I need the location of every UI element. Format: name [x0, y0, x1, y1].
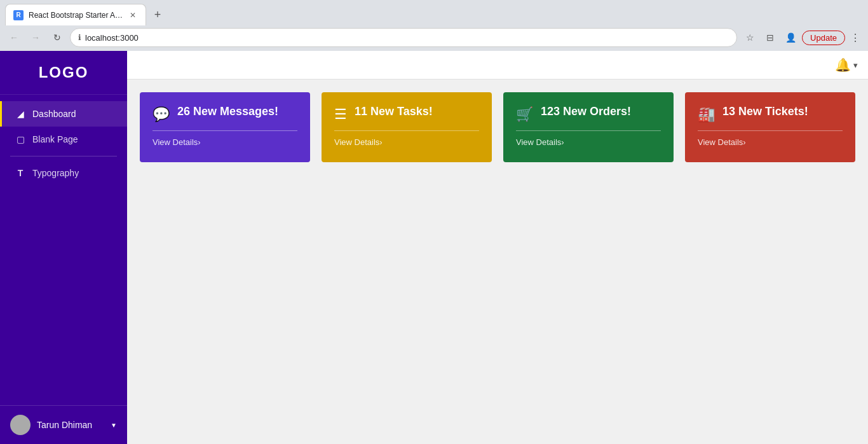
forward-button[interactable]: → — [27, 29, 44, 46]
card-divider-tickets — [698, 130, 843, 131]
card-orders[interactable]: 🛒 123 New Orders! View Details› — [503, 92, 674, 162]
browser-chrome: R React Bootstrap Starter A… ✕ + ← → ↻ ℹ… — [0, 0, 868, 51]
card-top-tickets: 🏭 13 New Tickets! — [698, 105, 843, 123]
address-bar: ← → ↻ ℹ localhost:3000 ☆ ⊟ 👤 Update ⋮ — [0, 25, 868, 51]
dashboard-icon: ◢ — [15, 109, 26, 119]
cards-row: 💬 26 New Messages! View Details› ☰ 11 Ne… — [140, 92, 855, 162]
bell-icon: 🔔 — [835, 57, 851, 73]
card-divider-messages — [153, 130, 297, 131]
main-content: 🔔 ▾ 💬 26 New Messages! View Details› — [127, 51, 868, 444]
tasks-icon: ☰ — [334, 106, 347, 123]
sidebar-divider — [10, 156, 117, 156]
tab-bar: R React Bootstrap Starter A… ✕ + — [0, 0, 868, 25]
typography-icon: T — [15, 168, 26, 178]
card-divider-orders — [516, 130, 661, 131]
tab-close-button[interactable]: ✕ — [128, 10, 138, 20]
card-title-tickets: 13 New Tickets! — [722, 105, 808, 118]
url-text: localhost:3000 — [85, 33, 729, 43]
sidebar-footer[interactable]: Tarun Dhiman ▼ — [0, 405, 127, 444]
reload-button[interactable]: ↻ — [48, 29, 66, 46]
cast-button[interactable]: ⊟ — [761, 29, 779, 46]
card-title-orders: 123 New Orders! — [541, 105, 631, 118]
bookmark-button[interactable]: ☆ — [741, 29, 759, 46]
page-body: 💬 26 New Messages! View Details› ☰ 11 Ne… — [127, 80, 868, 444]
card-link-messages[interactable]: View Details› — [153, 137, 297, 147]
active-tab[interactable]: R React Bootstrap Starter A… ✕ — [5, 4, 146, 25]
sidebar-item-typography[interactable]: T Typography — [0, 160, 127, 186]
address-actions: ☆ ⊟ 👤 Update ⋮ — [741, 29, 863, 46]
url-bar[interactable]: ℹ localhost:3000 — [70, 28, 737, 47]
sidebar-item-label-typography: Typography — [32, 168, 79, 178]
card-link-tasks[interactable]: View Details› — [334, 137, 479, 147]
top-bar: 🔔 ▾ — [127, 51, 868, 80]
card-tasks[interactable]: ☰ 11 New Tasks! View Details› — [322, 92, 492, 162]
tab-favicon: R — [13, 10, 24, 20]
card-top-orders: 🛒 123 New Orders! — [516, 105, 661, 123]
sidebar-item-label-dashboard: Dashboard — [32, 109, 76, 119]
user-menu-caret: ▼ — [111, 422, 117, 429]
messages-icon: 💬 — [153, 106, 170, 123]
sidebar-logo: LOGO — [0, 51, 127, 95]
notification-button[interactable]: 🔔 ▾ — [835, 57, 858, 73]
card-messages[interactable]: 💬 26 New Messages! View Details› — [140, 92, 310, 162]
profile-button[interactable]: 👤 — [782, 29, 799, 46]
update-button[interactable]: Update — [802, 31, 845, 45]
blank-page-icon: ▢ — [15, 134, 26, 144]
app-container: LOGO ◢ Dashboard ▢ Blank Page T Typograp… — [0, 51, 868, 444]
sidebar-item-dashboard[interactable]: ◢ Dashboard — [0, 101, 127, 127]
card-title-messages: 26 New Messages! — [177, 105, 278, 118]
lock-icon: ℹ — [78, 33, 81, 42]
tickets-icon: 🏭 — [698, 106, 715, 123]
orders-icon: 🛒 — [516, 106, 533, 123]
notification-caret: ▾ — [853, 60, 858, 70]
tab-title: React Bootstrap Starter A… — [29, 11, 123, 20]
back-button[interactable]: ← — [5, 29, 23, 46]
card-link-orders[interactable]: View Details› — [516, 137, 661, 147]
sidebar-item-label-blank-page: Blank Page — [32, 134, 78, 144]
card-top-tasks: ☰ 11 New Tasks! — [334, 105, 479, 123]
new-tab-button[interactable]: + — [149, 6, 166, 24]
avatar — [10, 415, 31, 435]
card-divider-tasks — [334, 130, 479, 131]
user-name: Tarun Dhiman — [37, 420, 104, 430]
sidebar-item-blank-page[interactable]: ▢ Blank Page — [0, 127, 127, 152]
card-tickets[interactable]: 🏭 13 New Tickets! View Details› — [685, 92, 855, 162]
sidebar-nav: ◢ Dashboard ▢ Blank Page T Typography — [0, 95, 127, 405]
card-title-tasks: 11 New Tasks! — [355, 105, 433, 118]
browser-menu-button[interactable]: ⋮ — [848, 30, 863, 45]
card-link-tickets[interactable]: View Details› — [698, 137, 843, 147]
sidebar: LOGO ◢ Dashboard ▢ Blank Page T Typograp… — [0, 51, 127, 444]
card-top-messages: 💬 26 New Messages! — [153, 105, 297, 123]
